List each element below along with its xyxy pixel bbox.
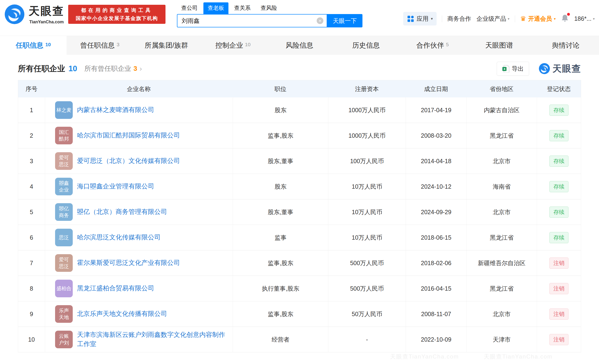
company-link[interactable]: 爱可思泛（北京）文化传媒有限公司 — [77, 156, 180, 166]
col-capital: 注册资本 — [328, 80, 405, 97]
company-link[interactable]: 黑龙江盛柏合贸易有限公司 — [77, 284, 154, 293]
date-cell: 2022-10-09 — [405, 327, 467, 352]
position-cell: 股东 — [233, 174, 328, 199]
notification-dot — [567, 13, 570, 16]
tab-cengrenzhi[interactable]: 曾任职信息3 — [67, 36, 133, 55]
tab-risk[interactable]: 风险信息 — [266, 36, 333, 55]
company-link[interactable]: 曌亿（北京）商务管理有限公司 — [77, 207, 167, 217]
row-index: 2 — [18, 123, 45, 148]
positions-table: 序号 企业名称 职位 注册资本 成立日期 省份地区 登记状态 1 林之麦 内蒙古… — [18, 80, 581, 352]
company-cell: 国汇酷邦 哈尔滨市国汇酷邦国际贸易有限公司 — [45, 123, 233, 148]
date-cell: 2016-04-15 — [405, 276, 467, 301]
province-cell: 内蒙古自治区 — [467, 97, 537, 123]
company-link[interactable]: 北京乐声天地文化传播有限公司 — [77, 309, 167, 319]
search-tab-relation[interactable]: 查关系 — [230, 2, 255, 14]
status-cell: 存续 — [537, 97, 581, 123]
search-input[interactable] — [182, 17, 317, 24]
province-cell: 北京市 — [467, 301, 537, 327]
company-link[interactable]: 天津市滨海新区云账户刘雨鑫数字文化创意内容制作工作室 — [77, 330, 230, 349]
province-cell: 黑龙江省 — [467, 123, 537, 148]
apps-button[interactable]: 应用 ▾ — [403, 12, 437, 25]
row-index: 1 — [18, 97, 45, 123]
caret-down-icon: ▾ — [593, 17, 595, 21]
header-menu: 应用 ▾ 商务合作 企业级产品 ▾ ♛ 开通会员 ▾ 186*... ▾ — [403, 12, 595, 25]
tab-count: 10 — [45, 42, 51, 47]
promo-banner: 都在用的商业查询工具 国家中小企业发展子基金旗下机构 — [68, 5, 166, 24]
crown-icon: ♛ — [520, 15, 526, 23]
row-index: 4 — [18, 174, 45, 199]
company-logo-tile: 云账户刘 — [55, 331, 73, 348]
tab-label: 曾任职信息 — [80, 41, 115, 50]
export-button[interactable]: X 导出 — [497, 62, 529, 76]
company-link[interactable]: 内蒙古林之麦啤酒有限公司 — [77, 105, 154, 115]
company-logo-tile: 思泛 — [55, 229, 73, 246]
capital-cell: 100万人民币 — [328, 148, 405, 174]
vip-label: 开通会员 — [528, 15, 552, 23]
date-cell: 2017-04-19 — [405, 97, 467, 123]
position-cell: 股东,董事 — [233, 148, 328, 174]
company-link[interactable]: 哈尔滨市国汇酷邦国际贸易有限公司 — [77, 131, 180, 140]
search-button[interactable]: 天眼一下 — [327, 14, 362, 27]
logo-subtitle: TianYanCha.com — [29, 19, 64, 25]
capital-cell: 50万人民币 — [328, 301, 405, 327]
clear-icon[interactable]: × — [317, 17, 323, 24]
menu-cooperation[interactable]: 商务合作 — [447, 15, 471, 23]
company-logo-tile: 爱可思泛 — [55, 254, 73, 272]
company-cell: 爱可思泛 霍尔果斯爱可思泛文化产业有限公司 — [45, 250, 233, 276]
tab-history[interactable]: 历史信息 — [333, 36, 399, 55]
tab-count: 5 — [446, 42, 449, 47]
company-link[interactable]: 海口曌鑫企业管理有限公司 — [77, 182, 154, 191]
company-cell: 曌鑫企业 海口曌鑫企业管理有限公司 — [45, 174, 233, 199]
company-cell: 林之麦 内蒙古林之麦啤酒有限公司 — [45, 97, 233, 123]
status-badge: 存续 — [549, 105, 568, 116]
tab-renzhi[interactable]: 任职信息10 — [0, 36, 67, 55]
company-link[interactable]: 霍尔果斯爱可思泛文化产业有限公司 — [77, 258, 180, 268]
caret-down-icon: ▾ — [554, 17, 556, 21]
search-tab-company[interactable]: 查公司 — [177, 2, 202, 14]
tab-control[interactable]: 控制企业10 — [200, 36, 266, 55]
tab-partners[interactable]: 合作伙伴5 — [399, 36, 466, 55]
menu-enterprise[interactable]: 企业级产品 ▾ — [476, 15, 510, 23]
search-tab-risk[interactable]: 查风险 — [256, 2, 281, 14]
tab-graph[interactable]: 天眼图谱 — [466, 36, 532, 55]
tab-group[interactable]: 所属集团/族群 — [133, 36, 200, 55]
search-tab-boss[interactable]: 查老板 — [203, 2, 229, 14]
tab-label: 天眼图谱 — [485, 41, 513, 50]
svg-text:X: X — [503, 67, 505, 71]
date-cell: 2008-11-07 — [405, 301, 467, 327]
position-cell: 监事 — [233, 225, 328, 250]
search-box: × — [177, 14, 327, 27]
province-cell: 海南省 — [467, 174, 537, 199]
status-cell: 存续 — [537, 174, 581, 199]
user-account[interactable]: 186*... ▾ — [574, 15, 595, 22]
status-badge: 注销 — [549, 334, 568, 345]
status-badge: 存续 — [549, 232, 568, 243]
date-cell: 2018-06-15 — [405, 225, 467, 250]
province-cell: 北京市 — [467, 148, 537, 174]
status-cell: 存续 — [537, 199, 581, 225]
table-row: 1 林之麦 内蒙古林之麦啤酒有限公司 股东 1000万人民币 2017-04-1… — [18, 97, 581, 123]
apps-label: 应用 — [417, 15, 429, 23]
status-badge: 注销 — [549, 257, 568, 269]
vip-button[interactable]: ♛ 开通会员 ▾ — [520, 15, 556, 23]
status-badge: 存续 — [549, 156, 568, 167]
tab-label: 任职信息 — [16, 41, 44, 50]
status-badge: 存续 — [549, 130, 568, 141]
date-cell: 2008-03-20 — [405, 123, 467, 148]
province-cell: 新疆维吾尔自治区 — [467, 250, 537, 276]
position-cell: 监事,股东 — [233, 123, 328, 148]
row-index: 3 — [18, 148, 45, 174]
former-positions-link[interactable]: 所有曾任职企业 3 › — [84, 64, 142, 73]
notification-bell[interactable] — [561, 14, 569, 24]
tab-count: 10 — [245, 42, 250, 47]
table-body: 1 林之麦 内蒙古林之麦啤酒有限公司 股东 1000万人民币 2017-04-1… — [18, 97, 581, 352]
tianyancha-logo[interactable]: 天眼查 TianYanCha.com — [4, 4, 64, 25]
status-badge: 注销 — [549, 283, 568, 294]
company-cell: 思泛 哈尔滨思泛文化传媒有限公司 — [45, 225, 233, 250]
logo-title: 天眼查 — [29, 4, 64, 19]
company-link[interactable]: 哈尔滨思泛文化传媒有限公司 — [77, 233, 161, 242]
status-cell: 注销 — [537, 250, 581, 276]
tab-sentiment[interactable]: 舆情讨论 — [532, 36, 599, 55]
user-phone: 186*... — [574, 15, 591, 22]
company-logo-tile: 林之麦 — [55, 101, 73, 119]
